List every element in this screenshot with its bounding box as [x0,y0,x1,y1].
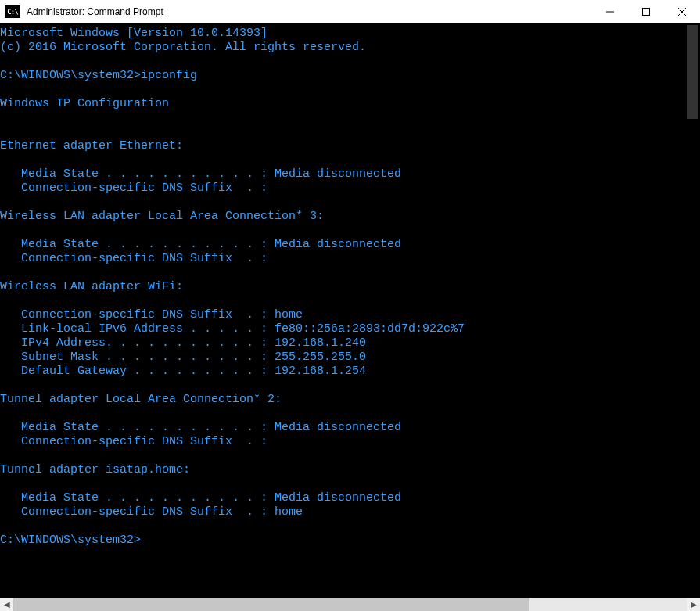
window-controls [592,0,700,23]
version-line: Microsoft Windows [Version 10.0.14393] [0,27,267,40]
adapter-ethernet-media: Media State . . . . . . . . . . . : Medi… [0,167,401,181]
titlebar: C:\ Administrator: Command Prompt [0,0,700,23]
adapter-wlan3-header: Wireless LAN adapter Local Area Connecti… [0,210,324,223]
terminal-container: Microsoft Windows [Version 10.0.14393] (… [0,23,700,598]
adapter-ethernet-dns: Connection-specific DNS Suffix . : [0,182,267,195]
maximize-button[interactable] [628,0,664,23]
adapter-wifi-ipv6: Link-local IPv6 Address . . . . . : fe80… [0,322,465,336]
adapter-ethernet-header: Ethernet adapter Ethernet: [0,139,183,153]
adapter-isatap-dns: Connection-specific DNS Suffix . : home [0,505,303,519]
adapter-wifi-gateway: Default Gateway . . . . . . . . . : 192.… [0,365,366,378]
adapter-wlan3-dns: Connection-specific DNS Suffix . : [0,252,267,265]
chevron-left-icon: ◀ [4,600,10,609]
prompt-idle: C:\WINDOWS\system32> [0,534,141,547]
adapter-wlan3-media: Media State . . . . . . . . . . . : Medi… [0,238,401,251]
svg-rect-1 [643,9,650,16]
adapter-wifi-subnet: Subnet Mask . . . . . . . . . . . : 255.… [0,350,366,364]
prompt-ipconfig: C:\WINDOWS\system32>ipconfig [0,69,197,82]
close-icon [678,8,686,16]
vertical-scroll-thumb[interactable] [687,25,698,119]
adapter-tunnel2-dns: Connection-specific DNS Suffix . : [0,435,267,448]
scroll-right-button[interactable]: ▶ [687,598,700,611]
adapter-wifi-dns: Connection-specific DNS Suffix . : home [0,308,303,322]
scroll-left-button[interactable]: ◀ [0,598,13,611]
ipconfig-title: Windows IP Configuration [0,97,169,110]
adapter-isatap-header: Tunnel adapter isatap.home: [0,463,190,476]
close-button[interactable] [664,0,700,23]
adapter-isatap-media: Media State . . . . . . . . . . . : Medi… [0,491,401,505]
adapter-tunnel2-media: Media State . . . . . . . . . . . : Medi… [0,421,401,434]
minimize-icon [606,8,614,16]
terminal-output[interactable]: Microsoft Windows [Version 10.0.14393] (… [0,23,686,598]
copyright-line: (c) 2016 Microsoft Corporation. All righ… [0,41,366,54]
adapter-tunnel2-header: Tunnel adapter Local Area Connection* 2: [0,393,282,406]
adapter-wifi-header: Wireless LAN adapter WiFi: [0,280,183,293]
window-title: Administrator: Command Prompt [25,6,592,17]
horizontal-scroll-thumb[interactable] [13,598,529,611]
adapter-wifi-ipv4: IPv4 Address. . . . . . . . . . . : 192.… [0,336,366,350]
cmd-icon: C:\ [5,5,20,18]
maximize-icon [642,8,650,16]
minimize-button[interactable] [592,0,628,23]
horizontal-scroll-track[interactable] [13,598,687,611]
vertical-scrollbar[interactable] [686,23,700,598]
chevron-right-icon: ▶ [691,600,697,609]
horizontal-scrollbar[interactable]: ◀ ▶ [0,598,700,611]
